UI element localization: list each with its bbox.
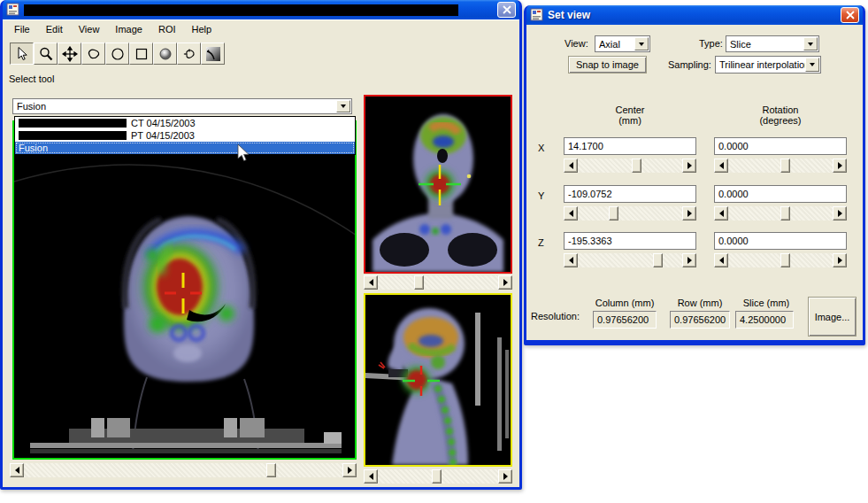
image-button[interactable]: Image... bbox=[808, 297, 856, 337]
scroll-right-button[interactable] bbox=[833, 253, 847, 267]
axial-scrollbar[interactable] bbox=[10, 463, 357, 477]
arrow-left-icon bbox=[569, 210, 573, 217]
y-center-input[interactable] bbox=[564, 185, 696, 203]
z-center-input[interactable] bbox=[564, 232, 696, 250]
layer-combobox[interactable]: Fusion bbox=[12, 98, 352, 114]
arrow-right-icon bbox=[838, 257, 842, 264]
scroll-thumb[interactable] bbox=[780, 206, 790, 221]
scroll-thumb[interactable] bbox=[609, 206, 618, 221]
scroll-thumb[interactable] bbox=[432, 469, 442, 484]
snap-to-image-button[interactable]: Snap to image bbox=[568, 56, 647, 74]
scroll-left-button[interactable] bbox=[564, 253, 578, 267]
scroll-right-button[interactable] bbox=[682, 159, 696, 173]
scroll-thumb[interactable] bbox=[780, 159, 790, 173]
combo-dropdown-button[interactable] bbox=[803, 37, 818, 50]
freehand-roi-tool-button[interactable] bbox=[81, 43, 105, 65]
scroll-thumb[interactable] bbox=[414, 275, 424, 290]
z-rotation-slider[interactable] bbox=[714, 253, 847, 267]
scroll-track[interactable] bbox=[378, 275, 498, 290]
redacted-patient-name bbox=[19, 131, 127, 140]
scroll-left-button[interactable] bbox=[10, 463, 24, 477]
scroll-left-button[interactable] bbox=[364, 275, 378, 290]
scroll-track[interactable] bbox=[578, 253, 682, 267]
scroll-thumb[interactable] bbox=[266, 463, 276, 477]
rectangle-roi-tool-button[interactable] bbox=[129, 43, 153, 65]
scroll-right-button[interactable] bbox=[682, 206, 696, 221]
menu-edit[interactable]: Edit bbox=[38, 22, 71, 36]
z-rotation-input[interactable] bbox=[714, 232, 847, 250]
scroll-track[interactable] bbox=[578, 206, 682, 221]
zoom-tool-button[interactable] bbox=[34, 43, 58, 65]
menu-view[interactable]: View bbox=[71, 22, 108, 36]
scroll-left-button[interactable] bbox=[564, 159, 578, 173]
menu-roi[interactable]: ROI bbox=[150, 22, 184, 36]
sphere-roi-tool-button[interactable] bbox=[153, 43, 177, 65]
circle-icon bbox=[110, 46, 126, 62]
menu-help[interactable]: Help bbox=[184, 22, 220, 36]
nudge-tool-button[interactable] bbox=[177, 43, 201, 65]
ellipse-roi-tool-button[interactable] bbox=[105, 43, 129, 65]
scroll-track[interactable] bbox=[728, 206, 833, 221]
list-item-ct[interactable]: CT 04/15/2003 bbox=[15, 117, 355, 129]
scroll-thumb[interactable] bbox=[632, 159, 641, 173]
axis-z-label: Z bbox=[538, 237, 544, 248]
coronal-fusion-view[interactable] bbox=[364, 95, 512, 274]
scroll-right-button[interactable] bbox=[682, 253, 696, 267]
scroll-track[interactable] bbox=[728, 253, 833, 267]
viewer-titlebar[interactable] bbox=[3, 0, 519, 19]
menu-image[interactable]: Image bbox=[107, 22, 150, 36]
coronal-scrollbar[interactable] bbox=[364, 275, 512, 290]
window-level-tool-button[interactable] bbox=[201, 43, 225, 65]
list-item-pt[interactable]: PT 04/15/2003 bbox=[15, 129, 355, 142]
sagittal-fusion-view[interactable] bbox=[364, 293, 512, 467]
scroll-right-button[interactable] bbox=[498, 469, 512, 484]
arrow-left-icon bbox=[719, 257, 724, 264]
scroll-track[interactable] bbox=[578, 159, 682, 173]
scroll-track[interactable] bbox=[378, 469, 498, 484]
combo-dropdown-button[interactable] bbox=[336, 100, 350, 112]
x-center-slider[interactable] bbox=[564, 159, 696, 173]
set-view-titlebar[interactable]: Set view bbox=[526, 5, 863, 25]
sagittal-scrollbar[interactable] bbox=[364, 469, 512, 484]
scroll-left-button[interactable] bbox=[714, 253, 728, 267]
y-center-slider[interactable] bbox=[564, 206, 696, 221]
pointer-tool-button[interactable] bbox=[10, 43, 34, 65]
scroll-right-button[interactable] bbox=[833, 206, 847, 221]
scroll-left-button[interactable] bbox=[364, 469, 378, 484]
axial-fusion-view[interactable] bbox=[12, 120, 357, 460]
scroll-thumb[interactable] bbox=[780, 253, 790, 267]
x-center-input[interactable] bbox=[564, 137, 696, 155]
scroll-left-button[interactable] bbox=[714, 206, 728, 221]
menu-file[interactable]: File bbox=[6, 22, 38, 36]
sampling-label: Sampling: bbox=[668, 59, 711, 70]
scroll-left-button[interactable] bbox=[714, 159, 728, 173]
sampling-combobox[interactable]: Trilinear interpolation bbox=[715, 56, 821, 74]
combo-dropdown-button[interactable] bbox=[634, 37, 649, 50]
y-rotation-slider[interactable] bbox=[714, 206, 847, 221]
combo-dropdown-button[interactable] bbox=[805, 58, 819, 72]
arrow-right-icon bbox=[687, 162, 692, 169]
view-combobox[interactable]: Axial bbox=[595, 35, 650, 52]
scroll-track[interactable] bbox=[728, 159, 833, 173]
scroll-thumb[interactable] bbox=[653, 253, 663, 267]
x-rotation-input[interactable] bbox=[714, 137, 847, 155]
y-rotation-input[interactable] bbox=[714, 185, 847, 203]
list-item-fusion[interactable]: Fusion bbox=[15, 142, 355, 154]
scroll-left-button[interactable] bbox=[564, 206, 578, 221]
arrow-right-icon bbox=[348, 467, 352, 474]
type-combobox[interactable]: Slice bbox=[726, 35, 819, 52]
x-rotation-slider[interactable] bbox=[714, 159, 847, 173]
freehand-shape-icon bbox=[86, 46, 102, 62]
pan-tool-button[interactable] bbox=[58, 43, 81, 65]
viewer-close-button[interactable] bbox=[497, 2, 516, 18]
scroll-right-button[interactable] bbox=[498, 275, 512, 290]
arrow-left-icon bbox=[369, 279, 373, 286]
scroll-right-button[interactable] bbox=[833, 159, 847, 173]
arrow-left-icon bbox=[719, 210, 724, 217]
scroll-track[interactable] bbox=[24, 463, 342, 477]
set-view-close-button[interactable] bbox=[841, 7, 859, 23]
z-center-slider[interactable] bbox=[564, 253, 696, 267]
scroll-right-button[interactable] bbox=[342, 463, 357, 477]
resolution-column-header: Column (mm) bbox=[593, 298, 657, 308]
resolution-slice-value: 4.2500000 bbox=[735, 311, 794, 329]
